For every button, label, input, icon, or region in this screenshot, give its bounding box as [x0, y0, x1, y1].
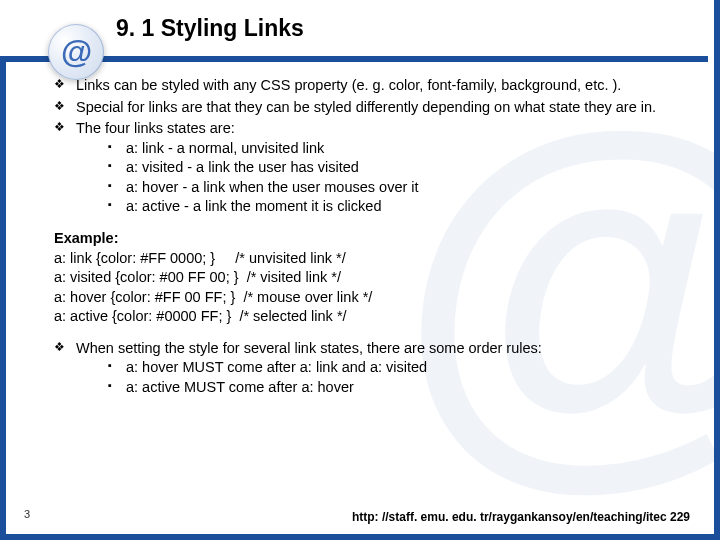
bullet-list-1: Links can be styled with any CSS propert…	[54, 76, 682, 217]
rule-text: a: active MUST come after a: hover	[126, 379, 354, 395]
state-item: a: link - a normal, unvisited link	[108, 139, 682, 159]
example-label: Example:	[54, 229, 682, 249]
slide-title: 9. 1 Styling Links	[116, 15, 304, 42]
state-item: a: active - a link the moment it is clic…	[108, 197, 682, 217]
state-item: a: visited - a link the user has visited	[108, 158, 682, 178]
title-bar: @ 9. 1 Styling Links	[6, 0, 714, 56]
rule-item: a: active MUST come after a: hover	[108, 378, 682, 398]
bullet-text: Special for links are that they can be s…	[76, 99, 656, 115]
state-text: a: hover - a link when the user mouses o…	[126, 179, 419, 195]
state-text: a: visited - a link the user has visited	[126, 159, 359, 175]
bullet-item: Special for links are that they can be s…	[54, 98, 682, 118]
example-line: a: link {color: #FF 0000; } /* unvisited…	[54, 249, 682, 269]
state-text: a: active - a link the moment it is clic…	[126, 198, 381, 214]
rule-text: a: hover MUST come after a: link and a: …	[126, 359, 427, 375]
at-icon: @	[48, 24, 104, 80]
page-number: 3	[24, 508, 30, 520]
bullet-text: Links can be styled with any CSS propert…	[76, 77, 621, 93]
title-rule	[46, 56, 708, 62]
example-line: a: visited {color: #00 FF 00; } /* visit…	[54, 268, 682, 288]
bullet-item: The four links states are: a: link - a n…	[54, 119, 682, 217]
slide-content: Links can be styled with any CSS propert…	[54, 76, 682, 498]
state-item: a: hover - a link when the user mouses o…	[108, 178, 682, 198]
footer-url: http: //staff. emu. edu. tr/raygankansoy…	[352, 510, 690, 524]
states-list: a: link - a normal, unvisited link a: vi…	[76, 139, 682, 217]
bullet-list-2: When setting the style for several link …	[54, 339, 682, 398]
bullet-text: The four links states are:	[76, 120, 235, 136]
state-text: a: link - a normal, unvisited link	[126, 140, 324, 156]
slide-frame: @ 9. 1 Styling Links Links can be styled…	[0, 0, 720, 540]
bullet-item: Links can be styled with any CSS propert…	[54, 76, 682, 96]
rules-list: a: hover MUST come after a: link and a: …	[76, 358, 682, 397]
bullet-item: When setting the style for several link …	[54, 339, 682, 398]
example-line: a: active {color: #0000 FF; } /* selecte…	[54, 307, 682, 327]
example-line: a: hover {color: #FF 00 FF; } /* mouse o…	[54, 288, 682, 308]
rule-item: a: hover MUST come after a: link and a: …	[108, 358, 682, 378]
bullet-text: When setting the style for several link …	[76, 340, 542, 356]
example-block: Example: a: link {color: #FF 0000; } /* …	[54, 229, 682, 327]
